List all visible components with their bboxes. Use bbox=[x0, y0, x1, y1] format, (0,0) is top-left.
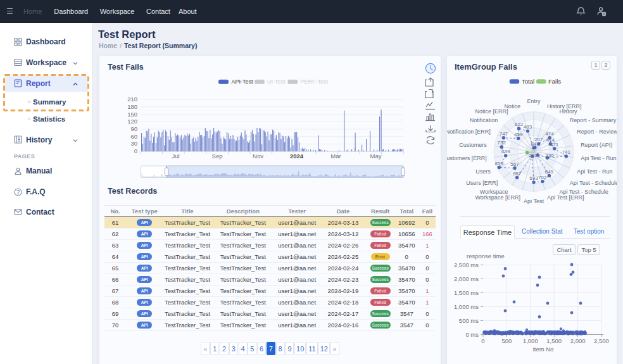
svg-text:1,500: 1,500 bbox=[546, 337, 562, 344]
svg-text:Api Test: Api Test bbox=[524, 198, 544, 204]
svg-text:150: 150 bbox=[127, 111, 137, 118]
svg-text:PERF-Test: PERF-Test bbox=[301, 78, 329, 85]
svg-text:60: 60 bbox=[130, 133, 137, 140]
svg-text:Mar: Mar bbox=[330, 153, 341, 160]
svg-text:210: 210 bbox=[127, 96, 137, 103]
svg-text:Notice: Notice bbox=[504, 103, 520, 110]
svg-text:Customers: Customers bbox=[459, 142, 487, 148]
svg-text:Workspace: Workspace bbox=[480, 189, 508, 195]
svg-text:Customers [ERR]: Customers [ERR] bbox=[447, 155, 487, 161]
svg-text:702: 702 bbox=[538, 175, 547, 180]
svg-text:1,000: 1,000 bbox=[523, 337, 538, 344]
svg-text:Api Test - Run: Api Test - Run bbox=[581, 155, 616, 161]
svg-text:90: 90 bbox=[130, 125, 137, 132]
svg-text:2024: 2024 bbox=[290, 153, 304, 160]
svg-text:697: 697 bbox=[513, 171, 522, 177]
svg-text:1,000 ms: 1,000 ms bbox=[454, 303, 479, 310]
svg-text:response time: response time bbox=[467, 253, 505, 260]
svg-text:Report - Review: Report - Review bbox=[577, 129, 617, 135]
svg-text:2,500: 2,500 bbox=[594, 337, 609, 344]
svg-text:May: May bbox=[370, 153, 382, 160]
svg-text:693: 693 bbox=[529, 175, 538, 181]
svg-text:1,500 ms: 1,500 ms bbox=[454, 289, 479, 296]
svg-text:Api Test - Schedule: Api Test - Schedule bbox=[570, 180, 617, 186]
svg-text:Notification: Notification bbox=[470, 117, 498, 123]
svg-text:483: 483 bbox=[524, 124, 532, 130]
svg-text:Report - Summary: Report - Summary bbox=[570, 117, 617, 123]
svg-text:Workspace [ERR]: Workspace [ERR] bbox=[475, 194, 520, 201]
svg-text:Users: Users bbox=[475, 168, 491, 175]
svg-text:120: 120 bbox=[127, 118, 137, 125]
svg-text:Jul: Jul bbox=[172, 153, 179, 160]
svg-text:Entry: Entry bbox=[527, 98, 541, 104]
svg-text:336: 336 bbox=[545, 153, 554, 158]
svg-text:Notice [ERR]: Notice [ERR] bbox=[475, 108, 508, 115]
svg-text:207: 207 bbox=[534, 137, 543, 142]
svg-text:859: 859 bbox=[495, 161, 504, 166]
svg-text:210: 210 bbox=[529, 153, 538, 158]
svg-text:2,000: 2,000 bbox=[570, 337, 586, 344]
svg-text:645: 645 bbox=[545, 169, 554, 175]
svg-text:Report (API): Report (API) bbox=[581, 142, 612, 148]
svg-text:History: History bbox=[560, 108, 578, 115]
svg-text:639: 639 bbox=[501, 149, 510, 154]
svg-text:0 ms: 0 ms bbox=[465, 331, 479, 338]
svg-text:item No: item No bbox=[533, 346, 554, 353]
svg-text:2,500 ms: 2,500 ms bbox=[454, 261, 479, 268]
svg-text:732: 732 bbox=[498, 140, 507, 146]
svg-text:Notification [ERR]: Notification [ERR] bbox=[447, 129, 491, 135]
svg-text:474: 474 bbox=[545, 131, 554, 137]
svg-text:622: 622 bbox=[515, 122, 524, 127]
svg-text:747: 747 bbox=[500, 131, 508, 137]
svg-text:180: 180 bbox=[127, 103, 137, 110]
svg-text:500: 500 bbox=[501, 337, 512, 344]
svg-text:Api Test - Run: Api Test - Run bbox=[577, 168, 612, 175]
svg-text:Users [ERR]: Users [ERR] bbox=[466, 180, 498, 186]
svg-text:Total: Total bbox=[522, 78, 534, 85]
svg-text:Fails: Fails bbox=[548, 78, 561, 85]
svg-text:Nov: Nov bbox=[253, 153, 263, 160]
svg-text:500 ms: 500 ms bbox=[459, 317, 479, 324]
svg-text:30: 30 bbox=[130, 140, 137, 147]
svg-text:471: 471 bbox=[550, 142, 559, 147]
svg-text:741: 741 bbox=[562, 149, 571, 155]
svg-text:0: 0 bbox=[481, 337, 484, 344]
svg-text:0: 0 bbox=[134, 147, 137, 154]
svg-text:Api Test [ERR]: Api Test [ERR] bbox=[547, 194, 584, 201]
svg-text:2,000 ms: 2,000 ms bbox=[454, 275, 479, 282]
svg-text:API-Test: API-Test bbox=[232, 78, 254, 85]
svg-text:Sep: Sep bbox=[212, 153, 223, 160]
svg-text:567: 567 bbox=[510, 161, 519, 167]
svg-text:UI-Test: UI-Test bbox=[267, 78, 286, 85]
svg-text:459: 459 bbox=[514, 132, 523, 137]
